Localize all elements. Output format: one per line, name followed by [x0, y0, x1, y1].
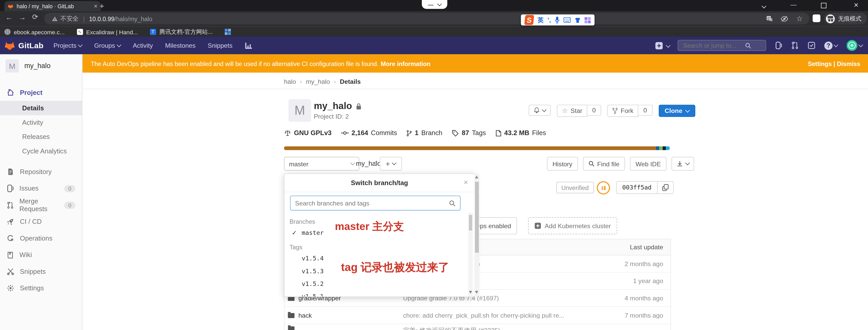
scrollbar-thumb[interactable]: [469, 215, 472, 230]
close-tab-icon[interactable]: ×: [94, 3, 97, 9]
download-button[interactable]: [672, 157, 694, 171]
banner-settings-link[interactable]: Settings: [808, 60, 832, 67]
dropdown-scrollbar[interactable]: [474, 173, 479, 296]
nav-milestones[interactable]: Milestones: [165, 42, 195, 49]
last-update-header[interactable]: Last update: [630, 244, 671, 251]
floating-minimize-widget[interactable]: —: [422, 0, 447, 9]
microphone-icon[interactable]: [555, 17, 560, 23]
address-bar[interactable]: 不安全 | 10.0.0.99 /halo/my_halo G ☆: [44, 12, 809, 24]
minimize-icon[interactable]: —: [428, 1, 433, 7]
plus-menu-icon[interactable]: [655, 41, 663, 50]
bookmark-item[interactable]: [225, 29, 231, 35]
tag-option[interactable]: v1.5.1: [285, 290, 469, 297]
gitlab-logo[interactable]: [4, 40, 15, 51]
banner-more-info-link[interactable]: More information: [381, 60, 430, 67]
sidebar-item-operations[interactable]: Operations: [0, 230, 82, 246]
stat-license[interactable]: GNU GPLv3: [284, 129, 332, 137]
stat-commits[interactable]: 2,164Commits: [341, 129, 397, 137]
fork-button[interactable]: Fork: [607, 105, 638, 117]
skin-icon[interactable]: [575, 17, 581, 23]
breadcrumb-project[interactable]: my_halo: [306, 78, 330, 85]
language-bar[interactable]: [284, 146, 670, 150]
star-count[interactable]: 0: [587, 105, 601, 116]
sidebar-item-details[interactable]: Details: [0, 101, 82, 115]
stat-tags[interactable]: 87Tags: [452, 129, 486, 137]
nav-issues-icon[interactable]: [775, 42, 782, 49]
commit-sha[interactable]: 003ff5ad: [617, 184, 657, 191]
scroll-down-icon[interactable]: [469, 291, 472, 294]
scroll-up-icon[interactable]: [475, 175, 478, 178]
clone-button[interactable]: Clone: [659, 105, 695, 117]
repo-path[interactable]: my_halo: [356, 160, 381, 167]
sidebar-item-repository[interactable]: Repository: [0, 163, 82, 180]
ime-lang-toggle[interactable]: 英: [537, 16, 544, 24]
forward-icon[interactable]: →: [19, 13, 26, 22]
window-restore-icon[interactable]: [821, 3, 826, 8]
sidebar-item-ci-cd[interactable]: CI / CD: [0, 213, 82, 230]
user-menu[interactable]: [846, 40, 862, 51]
branch-search[interactable]: [290, 196, 461, 211]
reload-icon[interactable]: ⟳: [32, 12, 38, 21]
table-row[interactable]: 完善: 修改返回的不再使用 (#2235): [285, 324, 671, 330]
eye-slash-icon[interactable]: [781, 15, 788, 22]
sogou-icon[interactable]: S: [524, 15, 534, 25]
nav-projects[interactable]: Projects: [53, 42, 82, 49]
sidebar-item-merge-requests[interactable]: Merge Requests 0: [0, 197, 82, 213]
signature-badge[interactable]: Unverified: [556, 182, 594, 193]
nav-snippets[interactable]: Snippets: [208, 42, 232, 49]
translate-icon[interactable]: G: [766, 15, 773, 22]
chevron-down-icon[interactable]: [437, 1, 442, 6]
nav-activity[interactable]: Activity: [133, 42, 153, 49]
add-file-button[interactable]: +: [380, 157, 402, 171]
bookmark-star-icon[interactable]: ☆: [796, 15, 803, 23]
sidebar-item-cycle-analytics[interactable]: Cycle Analytics: [0, 144, 82, 159]
gitlab-brand[interactable]: GitLab: [18, 41, 43, 50]
not-secure-warning[interactable]: 不安全: [52, 15, 79, 23]
find-file-button[interactable]: Find file: [583, 157, 625, 171]
global-search[interactable]: [678, 40, 766, 51]
extension-icon[interactable]: [813, 15, 820, 22]
window-close-icon[interactable]: ✕: [854, 2, 859, 9]
back-icon[interactable]: ←: [5, 13, 12, 22]
sidebar-item-issues[interactable]: Issues 0: [0, 180, 82, 196]
scrollbar-thumb[interactable]: [475, 182, 479, 253]
nav-merge-requests-icon[interactable]: [791, 42, 799, 49]
file-name[interactable]: hack: [298, 312, 312, 319]
notifications-button[interactable]: [529, 105, 551, 116]
pipeline-status-icon[interactable]: [597, 181, 610, 195]
banner-dismiss-link[interactable]: Dismiss: [837, 60, 860, 67]
new-tab-button[interactable]: +: [100, 2, 104, 10]
nav-todos-icon[interactable]: [808, 42, 815, 49]
sidebar-item-project[interactable]: Project: [0, 84, 82, 101]
commit-message[interactable]: chore: add cherry_pick_pull.sh for cherr…: [403, 312, 586, 319]
star-button[interactable]: ☆Star: [557, 105, 587, 117]
branch-search-input[interactable]: [290, 200, 449, 207]
global-search-input[interactable]: [682, 42, 745, 49]
table-row[interactable]: hack chore: add cherry_pick_pull.sh for …: [285, 307, 671, 324]
copy-icon[interactable]: [657, 184, 673, 191]
commit-message[interactable]: 完善: 修改返回的不再使用 (#2235): [403, 326, 586, 330]
history-button[interactable]: History: [547, 157, 578, 171]
close-icon[interactable]: ×: [464, 178, 468, 186]
browser-tab[interactable]: halo / my_halo · GitLab ×: [4, 1, 101, 11]
ime-punctuation-icon[interactable]: ’,: [548, 17, 551, 23]
breadcrumb-group[interactable]: halo: [284, 78, 296, 85]
scroll-down-icon[interactable]: [475, 291, 478, 294]
bookmark-item[interactable]: ∿Excalidraw | Hand...: [77, 29, 138, 35]
dropdown-list-scrollbar[interactable]: [468, 213, 473, 296]
chart-icon[interactable]: [245, 42, 252, 49]
sidebar-item-releases[interactable]: Releases: [0, 130, 82, 144]
bookmark-item[interactable]: T腾讯文档-官方网站...: [150, 28, 213, 36]
bookmark-item[interactable]: ebook.apecome.c...: [4, 29, 64, 35]
nav-groups[interactable]: Groups: [94, 42, 121, 49]
sidebar-item-activity[interactable]: Activity: [0, 115, 82, 130]
ime-toolbar[interactable]: S 英 ’,: [521, 15, 594, 26]
window-minimize-icon[interactable]: —: [790, 1, 797, 8]
add-kubernetes-cluster-button[interactable]: Add Kubernetes cluster: [528, 217, 617, 235]
fork-count[interactable]: 0: [639, 105, 653, 116]
window-menu-icon[interactable]: [762, 2, 766, 9]
sidebar-item-wiki[interactable]: Wiki: [0, 246, 82, 263]
stat-files[interactable]: 43.2 MBFiles: [495, 129, 546, 137]
tag-option[interactable]: v1.5.2: [285, 278, 469, 290]
ime-menu-icon[interactable]: [585, 17, 591, 23]
